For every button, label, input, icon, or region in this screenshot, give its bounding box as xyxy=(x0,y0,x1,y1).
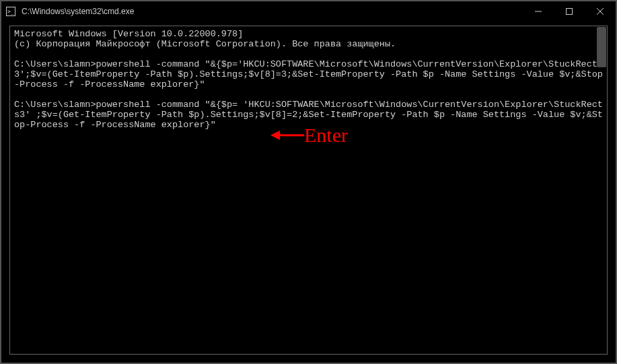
cmd-window: >_ C:\Windows\system32\cmd.exe Microsoft… xyxy=(0,0,617,364)
version-line: Microsoft Windows [Version 10.0.22000.97… xyxy=(14,29,243,39)
maximize-button[interactable] xyxy=(554,1,585,22)
scrollbar-thumb[interactable] xyxy=(597,27,606,67)
minimize-button[interactable] xyxy=(523,1,554,22)
window-title: C:\Windows\system32\cmd.exe xyxy=(22,7,134,16)
terminal-area[interactable]: Microsoft Windows [Version 10.0.22000.97… xyxy=(9,26,608,355)
svg-rect-3 xyxy=(567,9,573,15)
cmd-icon: >_ xyxy=(5,6,16,17)
command-line-2: C:\Users\slamn>powershell -command "&{$p… xyxy=(14,100,603,130)
command-line-1: C:\Users\slamn>powershell -command "&{$p… xyxy=(14,59,603,89)
copyright-line: (c) Корпорация Майкрософт (Microsoft Cor… xyxy=(14,39,396,49)
close-button[interactable] xyxy=(585,1,616,22)
titlebar[interactable]: >_ C:\Windows\system32\cmd.exe xyxy=(1,1,616,22)
svg-text:>_: >_ xyxy=(7,9,14,15)
